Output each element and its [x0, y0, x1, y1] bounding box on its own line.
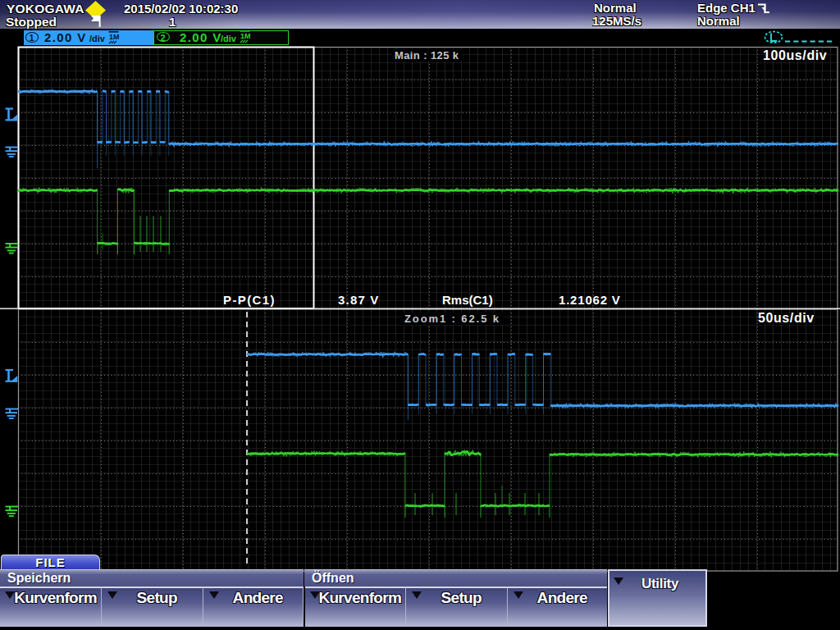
- svg-text:1M: 1M: [109, 32, 120, 40]
- svg-text:1M: 1M: [240, 32, 251, 40]
